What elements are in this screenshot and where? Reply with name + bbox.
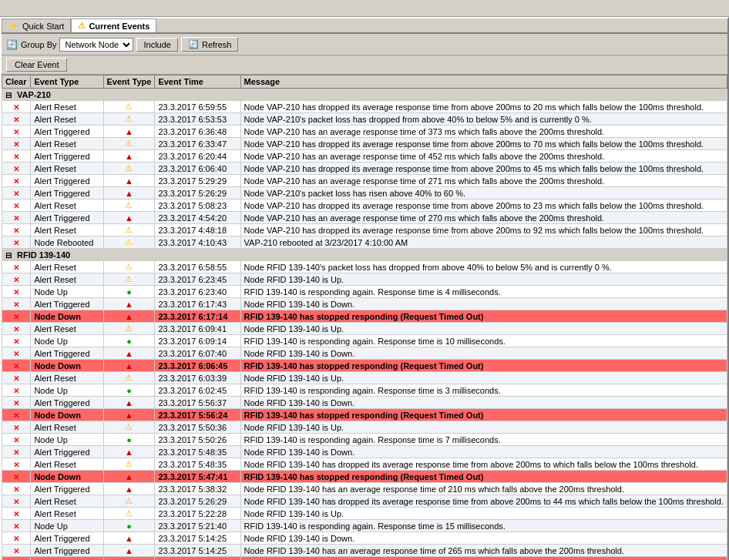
clear-cell: ✕ [2, 101, 31, 113]
clear-x-button[interactable]: ✕ [13, 103, 19, 112]
clear-x-button[interactable]: ✕ [13, 239, 19, 247]
clear-x-button[interactable]: ✕ [13, 399, 19, 407]
event-time-cell: 23.3.2017 5:08:23 [155, 200, 240, 212]
group-header-cell: ⊟ RFID 139-140 [2, 249, 727, 261]
clear-x-button[interactable]: ✕ [13, 226, 19, 235]
clear-x-button[interactable]: ✕ [13, 473, 19, 481]
table-row: ✕ Alert Reset ⚠ 23.3.2017 5:26:29 Node R… [2, 495, 727, 508]
clear-x-button[interactable]: ✕ [13, 128, 19, 136]
event-type-cell: Alert Reset [31, 273, 103, 286]
event-time-cell: 23.3.2017 6:20:44 [155, 150, 240, 163]
event-time-cell: 23.3.2017 6:59:55 [155, 101, 240, 113]
clear-x-button[interactable]: ✕ [13, 485, 19, 494]
event-type-cell: Alert Triggered [31, 483, 103, 495]
clear-x-button[interactable]: ✕ [13, 177, 19, 186]
clear-x-button[interactable]: ✕ [13, 263, 19, 272]
message-cell: Node VAP-210 has dropped its average res… [240, 101, 727, 113]
clear-x-button[interactable]: ✕ [13, 387, 19, 395]
table-row: ✕ Alert Reset ⚠ 23.3.2017 6:09:41 Node R… [2, 323, 727, 335]
event-icon-cell: ● [103, 434, 155, 446]
tab-quick-start[interactable]: ⚡ Quick Start [2, 18, 71, 32]
warning-icon: ⚠ [125, 200, 133, 210]
clear-x-button[interactable]: ✕ [13, 362, 19, 371]
warning-icon: ⚠ [78, 21, 86, 31]
clear-event-button[interactable]: Clear Event [6, 58, 67, 72]
clear-x-button[interactable]: ✕ [13, 325, 19, 334]
table-row: ✕ Alert Reset ⚠ 23.3.2017 5:50:36 Node R… [2, 421, 727, 434]
event-time-cell: 23.3.2017 5:26:29 [155, 495, 240, 508]
message-cell: RFID 139-140 is responding again. Respon… [240, 434, 727, 446]
tab-current-events[interactable]: ⚠ Current Events [71, 18, 156, 32]
refresh-button[interactable]: 🔄 Refresh [181, 37, 239, 52]
clear-x-button[interactable]: ✕ [13, 522, 19, 531]
clear-x-button[interactable]: ✕ [13, 461, 19, 469]
clear-cell: ✕ [2, 384, 31, 397]
clear-x-button[interactable]: ✕ [13, 374, 19, 383]
clear-x-button[interactable]: ✕ [13, 547, 19, 555]
event-type-cell: Node Down [31, 471, 103, 483]
clear-x-button[interactable]: ✕ [13, 165, 19, 173]
node-up-icon: ● [126, 435, 132, 444]
error-icon: ▲ [125, 411, 133, 420]
clear-x-button[interactable]: ✕ [13, 510, 19, 518]
event-type-cell: Alert Triggered [31, 298, 103, 310]
clear-cell: ✕ [2, 126, 31, 138]
clear-x-button[interactable]: ✕ [13, 448, 19, 457]
event-type-cell: Alert Triggered [31, 126, 103, 138]
event-icon-cell: ⚠ [103, 101, 155, 113]
clear-x-button[interactable]: ✕ [13, 498, 19, 506]
clear-x-button[interactable]: ✕ [13, 140, 19, 149]
clear-x-button[interactable]: ✕ [13, 535, 19, 543]
table-row: ✕ Node Down ▲ 23.3.2017 5:47:41 RFID 139… [2, 471, 727, 483]
event-type-cell: Alert Triggered [31, 446, 103, 458]
clear-x-button[interactable]: ✕ [13, 424, 19, 432]
clear-x-button[interactable]: ✕ [13, 300, 19, 309]
clear-x-button[interactable]: ✕ [13, 350, 19, 358]
clear-x-button[interactable]: ✕ [13, 337, 19, 346]
clear-x-button[interactable]: ✕ [13, 116, 19, 124]
clear-cell: ✕ [2, 138, 31, 150]
clear-x-button[interactable]: ✕ [13, 153, 19, 161]
message-cell: RFID 139-140 is responding again. Respon… [240, 384, 727, 397]
event-type-cell: Alert Reset [31, 372, 103, 384]
message-cell: RFID 139-140 has stopped responding (Req… [240, 310, 727, 323]
clear-x-button[interactable]: ✕ [13, 288, 19, 297]
event-icon-cell: ▲ [103, 187, 155, 200]
group-by-select[interactable]: Network Node Event Type Time [59, 38, 133, 52]
message-cell: VAP-210 rebooted at 3/23/2017 4:10:00 AM [240, 236, 727, 249]
clear-x-button[interactable]: ✕ [13, 276, 19, 284]
message-cell: Node RFID 139-140 is Down. [240, 347, 727, 360]
include-button[interactable]: Include [136, 38, 177, 52]
event-icon-cell: ▲ [103, 126, 155, 138]
group-toggle[interactable]: ⊟ [5, 91, 12, 99]
clear-x-button[interactable]: ✕ [13, 313, 19, 321]
event-time-cell: 23.3.2017 5:13:41 [155, 557, 240, 561]
event-icon-cell: ⚠ [103, 138, 155, 150]
event-type-cell: Alert Reset [31, 421, 103, 434]
clear-cell: ✕ [2, 335, 31, 347]
event-time-cell: 23.3.2017 6:53:53 [155, 113, 240, 126]
clear-cell: ✕ [2, 310, 31, 323]
event-type-cell: Alert Reset [31, 495, 103, 508]
event-type-cell: Alert Triggered [31, 187, 103, 200]
event-type-cell: Node Down [31, 310, 103, 323]
event-time-cell: 23.3.2017 6:06:40 [155, 163, 240, 175]
clear-cell: ✕ [2, 163, 31, 175]
table-row: ✕ Alert Reset ⚠ 23.3.2017 6:33:47 Node V… [2, 138, 727, 150]
event-type-cell: Alert Triggered [31, 175, 103, 187]
clear-x-button[interactable]: ✕ [13, 436, 19, 444]
event-icon-cell: ⚠ [103, 372, 155, 384]
clear-x-button[interactable]: ✕ [13, 202, 19, 210]
clear-x-button[interactable]: ✕ [13, 214, 19, 223]
events-table: Clear Event Type Event Type Event Time M… [2, 75, 727, 560]
table-wrapper[interactable]: Clear Event Type Event Type Event Time M… [2, 75, 727, 560]
table-row: ✕ Node Down ▲ 23.3.2017 5:13:41 RFID 139… [2, 557, 727, 561]
message-cell: Node RFID 139-140 is Down. [240, 532, 727, 545]
group-toggle[interactable]: ⊟ [5, 251, 12, 260]
event-time-cell: 23.3.2017 5:48:35 [155, 446, 240, 458]
clear-x-button[interactable]: ✕ [13, 411, 19, 420]
col-message: Message [240, 75, 727, 89]
event-icon-cell: ▲ [103, 150, 155, 163]
clear-x-button[interactable]: ✕ [13, 189, 19, 198]
event-time-cell: 23.3.2017 5:26:29 [155, 187, 240, 200]
